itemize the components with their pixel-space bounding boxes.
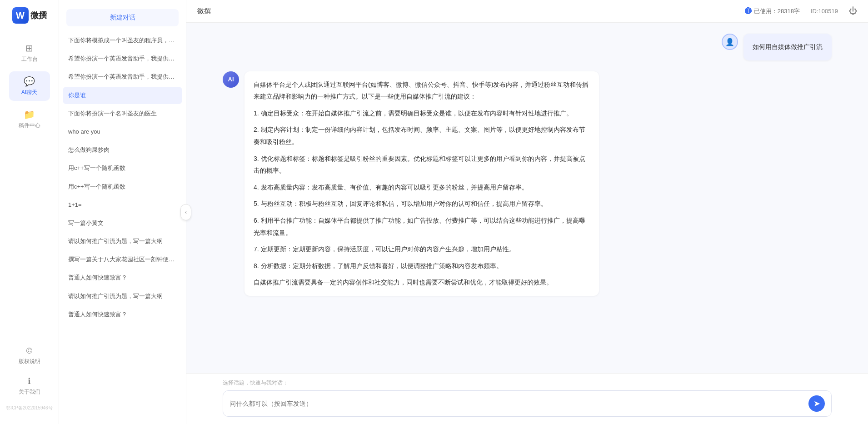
sidebar-item-item-15[interactable]: 请以如何推广引流为题，写一篇大纲: [63, 288, 182, 305]
topbar: 微撰 🅣 已使用：28318字 ID:100519 ⏻: [186, 0, 868, 23]
chat-area: 如何用自媒体做推广引流👤AI自媒体平台是个人或团队通过互联网平台(如博客、微博、…: [186, 23, 868, 373]
message-paragraph: 5. 与粉丝互动：积极与粉丝互动，回复评论和私信，可以增加用户对你的认可和信任，…: [254, 198, 590, 210]
message-row-msg-1: 如何用自媒体做推广引流👤: [223, 34, 832, 60]
sidebar-item-item-11[interactable]: 写一篇小黄文: [63, 214, 182, 232]
message-paragraph: 自媒体平台是个人或团队通过互联网平台(如博客、微博、微信公众号、抖音、快手等)发…: [254, 79, 590, 103]
workbench-label: 工作台: [21, 55, 38, 63]
avatar-ai: AI: [223, 71, 239, 88]
nav-bottom: © 版权说明 ℹ 关于我们 鄂ICP备2022015946号: [0, 343, 59, 417]
drafts-icon: 📁: [24, 109, 35, 120]
nav-items: ⊞ 工作台 💬 AI聊天 📁 稿件中心: [0, 38, 59, 343]
icp-text: 鄂ICP备2022015946号: [2, 403, 56, 413]
sidebar-item-item-5[interactable]: 下面你将扮演一个名叫圣友的医生: [63, 105, 182, 122]
sidebar-item-item-9[interactable]: 用c++写一个随机函数: [63, 178, 182, 195]
topbar-title: 微撰: [197, 7, 211, 15]
sidebar-item-item-12[interactable]: 请以如何推广引流为题，写一篇大纲: [63, 233, 182, 250]
message-content-msg-2: 自媒体平台是个人或团队通过互联网平台(如博客、微博、微信公众号、抖音、快手等)发…: [254, 79, 590, 289]
about-item[interactable]: ℹ 关于我们: [15, 373, 44, 399]
copyright-icon: ©: [26, 346, 32, 356]
sidebar-header: 新建对话: [59, 0, 186, 32]
input-row: ➤: [223, 390, 832, 417]
message-bubble-msg-2: 自媒体平台是个人或团队通过互联网平台(如博客、微博、微信公众号、抖音、快手等)发…: [244, 71, 599, 296]
sidebar-item-item-8[interactable]: 用c++写一个随机函数: [63, 160, 182, 177]
message-bubble-msg-1: 如何用自媒体做推广引流: [743, 34, 832, 60]
message-paragraph: 2. 制定内容计划：制定一份详细的内容计划，包括发布时间、频率、主题、文案、图片…: [254, 124, 590, 148]
left-nav: W 微撰 ⊞ 工作台 💬 AI聊天 📁 稿件中心 © 版权说明 ℹ 关于我们 鄂…: [0, 0, 59, 424]
message-paragraph: 6. 利用平台推广功能：自媒体平台都提供了推广功能，如广告投放、付费推广等，可以…: [254, 214, 590, 239]
sidebar-item-ai-chat[interactable]: 💬 AI聊天: [9, 71, 50, 101]
ai-chat-icon: 💬: [24, 76, 35, 87]
new-chat-button[interactable]: 新建对话: [66, 9, 179, 26]
chat-input[interactable]: [229, 400, 805, 407]
message-text: 如何用自媒体做推广引流: [753, 41, 823, 53]
sidebar-item-item-4[interactable]: 你是谁: [63, 87, 182, 104]
sidebar-list: 下面你将模拟成一个叫圣友的程序员，我说...希望你扮演一个英语发音助手，我提供给…: [59, 32, 186, 417]
about-label: 关于我们: [19, 388, 40, 396]
copyright-item[interactable]: © 版权说明: [15, 343, 44, 369]
workbench-icon: ⊞: [25, 43, 33, 54]
main: 微撰 🅣 已使用：28318字 ID:100519 ⏻ 如何用自媒体做推广引流👤…: [186, 0, 868, 424]
sidebar-item-item-16[interactable]: 普通人如何快速致富？: [63, 306, 182, 323]
logo-area: W 微撰: [12, 7, 47, 24]
ai-chat-label: AI聊天: [21, 89, 37, 96]
sidebar-item-drafts[interactable]: 📁 稿件中心: [9, 105, 50, 134]
message-content-msg-1: 如何用自媒体做推广引流: [753, 41, 823, 53]
logout-button[interactable]: ⏻: [849, 6, 857, 16]
about-icon: ℹ: [28, 376, 31, 386]
sidebar-item-item-14[interactable]: 普通人如何快速致富？: [63, 269, 182, 286]
usage-stat: 🅣 已使用：28318字: [745, 7, 800, 15]
message-paragraph: 8. 分析数据：定期分析数据，了解用户反馈和喜好，以便调整推广策略和内容发布频率…: [254, 260, 590, 272]
sidebar-item-item-3[interactable]: 希望你扮演一个英语发音助手，我提供给你...: [63, 68, 182, 85]
sidebar-item-item-2[interactable]: 希望你扮演一个英语发音助手，我提供给你...: [63, 50, 182, 67]
user-id: ID:100519: [811, 8, 838, 15]
avatar-user: 👤: [722, 34, 738, 50]
message-paragraph: 3. 优化标题和标签：标题和标签是吸引粉丝的重要因素。优化标题和标签可以让更多的…: [254, 153, 590, 177]
topbar-right: 🅣 已使用：28318字 ID:100519 ⏻: [745, 6, 857, 16]
sidebar-item-item-10[interactable]: 1+1=: [63, 196, 182, 214]
sidebar-item-item-6[interactable]: who are you: [63, 123, 182, 140]
logo-text: 微撰: [30, 10, 47, 21]
sidebar-item-item-1[interactable]: 下面你将模拟成一个叫圣友的程序员，我说...: [63, 32, 182, 49]
collapse-sidebar-button[interactable]: ‹: [180, 204, 191, 220]
stat-label: 已使用：28318字: [754, 7, 800, 15]
quick-topics-label: 选择话题，快速与我对话：: [223, 379, 832, 387]
sidebar-item-item-7[interactable]: 怎么做狗屎炒肉: [63, 141, 182, 159]
input-area: 选择话题，快速与我对话： ➤: [186, 373, 868, 424]
sidebar: 新建对话 下面你将模拟成一个叫圣友的程序员，我说...希望你扮演一个英语发音助手…: [59, 0, 186, 424]
send-button[interactable]: ➤: [808, 395, 825, 412]
sidebar-item-item-13[interactable]: 撰写一篇关于八大家花园社区一刻钟便民生...: [63, 251, 182, 268]
message-row-msg-2: AI自媒体平台是个人或团队通过互联网平台(如博客、微博、微信公众号、抖音、快手等…: [223, 71, 832, 296]
message-paragraph: 1. 确定目标受众：在开始自媒体推广引流之前，需要明确目标受众是谁，以便在发布内…: [254, 107, 590, 120]
sidebar-item-workbench[interactable]: ⊞ 工作台: [9, 38, 50, 68]
message-paragraph: 7. 定期更新：定期更新内容，保持活跃度，可以让用户对你的内容产生兴趣，增加用户…: [254, 243, 590, 255]
copyright-label: 版权说明: [19, 358, 40, 365]
logo-icon: W: [12, 7, 29, 24]
message-paragraph: 自媒体推广引流需要具备一定的内容创作和社交能力，同时也需要不断尝试和优化，才能取…: [254, 276, 590, 289]
message-paragraph: 4. 发布高质量内容：发布高质量、有价值、有趣的内容可以吸引更多的粉丝，并提高用…: [254, 181, 590, 194]
drafts-label: 稿件中心: [19, 122, 40, 130]
stat-icon: 🅣: [745, 7, 752, 15]
